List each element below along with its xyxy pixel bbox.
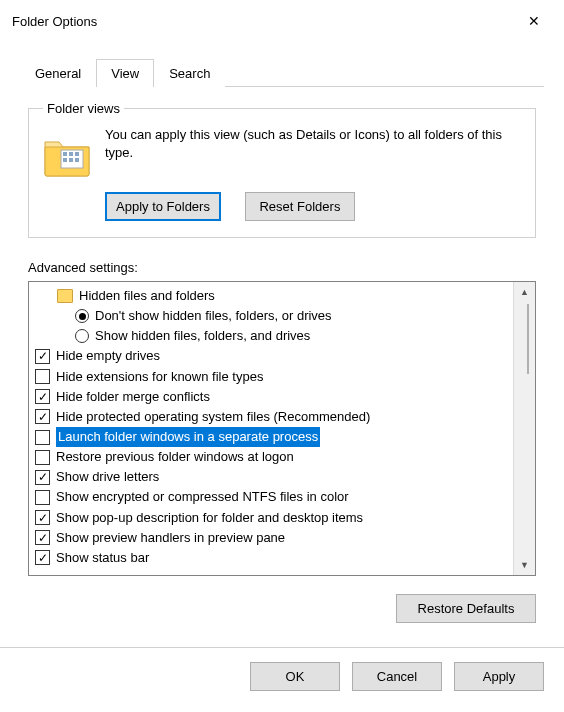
radio-icon[interactable] xyxy=(75,329,89,343)
folder-views-text: You can apply this view (such as Details… xyxy=(105,126,521,161)
ok-button[interactable]: OK xyxy=(250,662,340,691)
folder-icon xyxy=(43,134,91,178)
setting-label: Show preview handlers in preview pane xyxy=(56,528,285,548)
setting-label: Hide folder merge conflicts xyxy=(56,387,210,407)
tree-group-hidden-files: Hidden files and folders xyxy=(35,286,511,306)
tab-view[interactable]: View xyxy=(96,59,154,87)
close-icon[interactable]: ✕ xyxy=(516,9,552,33)
window-title: Folder Options xyxy=(12,14,97,29)
setting-row[interactable]: Show preview handlers in preview pane xyxy=(35,528,511,548)
radio-show-hidden[interactable]: Show hidden files, folders, and drives xyxy=(35,326,511,346)
setting-row[interactable]: Restore previous folder windows at logon xyxy=(35,447,511,467)
svg-rect-5 xyxy=(69,158,73,162)
checkbox[interactable] xyxy=(35,550,50,565)
restore-defaults-button[interactable]: Restore Defaults xyxy=(396,594,536,623)
radio-label: Show hidden files, folders, and drives xyxy=(95,326,310,346)
folder-views-legend: Folder views xyxy=(43,101,124,116)
setting-label: Show encrypted or compressed NTFS files … xyxy=(56,487,349,507)
advanced-settings-label: Advanced settings: xyxy=(28,260,536,275)
tab-strip: General View Search xyxy=(20,58,544,87)
radio-dont-show-hidden[interactable]: Don't show hidden files, folders, or dri… xyxy=(35,306,511,326)
setting-label: Hide extensions for known file types xyxy=(56,367,263,387)
setting-row[interactable]: Show status bar xyxy=(35,548,511,568)
checkbox[interactable] xyxy=(35,490,50,505)
setting-row[interactable]: Hide empty drives xyxy=(35,346,511,366)
svg-rect-4 xyxy=(63,158,67,162)
checkbox[interactable] xyxy=(35,389,50,404)
setting-row[interactable]: Hide extensions for known file types xyxy=(35,367,511,387)
radio-label: Don't show hidden files, folders, or dri… xyxy=(95,306,332,326)
checkbox[interactable] xyxy=(35,369,50,384)
checkbox[interactable] xyxy=(35,450,50,465)
scroll-up-icon[interactable]: ▲ xyxy=(514,282,535,302)
group-label: Hidden files and folders xyxy=(79,286,215,306)
checkbox[interactable] xyxy=(35,430,50,445)
folder-mini-icon xyxy=(57,289,73,303)
reset-folders-button[interactable]: Reset Folders xyxy=(245,192,355,221)
radio-icon[interactable] xyxy=(75,309,89,323)
setting-row[interactable]: Show pop-up description for folder and d… xyxy=(35,508,511,528)
setting-row[interactable]: Launch folder windows in a separate proc… xyxy=(35,427,511,447)
scroll-down-icon[interactable]: ▼ xyxy=(514,555,535,575)
apply-button[interactable]: Apply xyxy=(454,662,544,691)
folder-views-group: Folder views You can apply this view (su… xyxy=(28,101,536,238)
setting-label: Restore previous folder windows at logon xyxy=(56,447,294,467)
setting-label: Hide empty drives xyxy=(56,346,160,366)
checkbox[interactable] xyxy=(35,409,50,424)
advanced-settings-list[interactable]: Hidden files and foldersDon't show hidde… xyxy=(29,282,513,575)
setting-label: Show drive letters xyxy=(56,467,159,487)
setting-label: Show pop-up description for folder and d… xyxy=(56,508,363,528)
advanced-settings-box: Hidden files and foldersDon't show hidde… xyxy=(28,281,536,576)
apply-to-folders-button[interactable]: Apply to Folders xyxy=(105,192,221,221)
scroll-thumb[interactable] xyxy=(527,304,529,374)
tab-search[interactable]: Search xyxy=(154,59,225,87)
setting-row[interactable]: Hide folder merge conflicts xyxy=(35,387,511,407)
setting-row[interactable]: Hide protected operating system files (R… xyxy=(35,407,511,427)
checkbox[interactable] xyxy=(35,349,50,364)
checkbox[interactable] xyxy=(35,510,50,525)
cancel-button[interactable]: Cancel xyxy=(352,662,442,691)
setting-row[interactable]: Show encrypted or compressed NTFS files … xyxy=(35,487,511,507)
scrollbar[interactable]: ▲ ▼ xyxy=(513,282,535,575)
setting-row[interactable]: Show drive letters xyxy=(35,467,511,487)
svg-rect-1 xyxy=(63,152,67,156)
svg-rect-6 xyxy=(75,158,79,162)
tab-general[interactable]: General xyxy=(20,59,96,87)
svg-rect-3 xyxy=(75,152,79,156)
svg-rect-2 xyxy=(69,152,73,156)
checkbox[interactable] xyxy=(35,530,50,545)
setting-label: Show status bar xyxy=(56,548,149,568)
checkbox[interactable] xyxy=(35,470,50,485)
setting-label: Hide protected operating system files (R… xyxy=(56,407,370,427)
setting-label: Launch folder windows in a separate proc… xyxy=(56,427,320,447)
